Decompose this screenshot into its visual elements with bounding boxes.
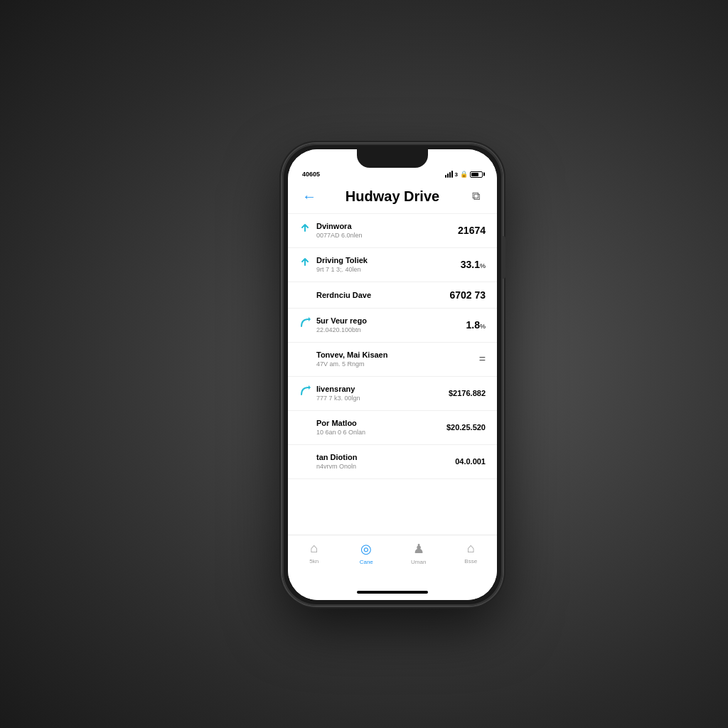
- item-value: 6702 73: [449, 289, 486, 301]
- share-button[interactable]: ⧉: [466, 186, 486, 206]
- item-value: 33.1%: [461, 259, 486, 270]
- signal-bar-3: [449, 172, 451, 178]
- list-item: Driving Toliek 9rt 7 1 3;. 40len 33.1%: [288, 248, 497, 282]
- phone-frame: 40605 3 🔒 ←: [282, 144, 503, 606]
- item-subtitle: 22.0420.100btn: [316, 326, 367, 335]
- status-bar: 40605 3 🔒: [288, 149, 497, 181]
- item-subtitle: 9rt 7 1 3;. 40len: [316, 266, 368, 274]
- item-title: 5ur Veur rego: [316, 316, 367, 326]
- item-title: Iivensrany: [316, 384, 360, 394]
- battery-icon: [470, 171, 483, 178]
- item-value: 1.8%: [466, 319, 486, 331]
- title-part1: Hudway: [346, 188, 400, 204]
- item-subtitle: 47V am. 5 Rngm: [316, 360, 387, 369]
- list-item: Rerdnciu Dave 6702 73: [288, 282, 497, 309]
- tab-cane-label: Cane: [360, 559, 373, 565]
- item-subtitle: 777 7 k3. 00lgn: [316, 395, 360, 403]
- signal-bar-1: [445, 175, 446, 178]
- svg-marker-1: [309, 385, 311, 390]
- phone-screen: 40605 3 🔒 ←: [288, 149, 497, 600]
- status-icons: 3 🔒: [445, 171, 483, 178]
- list-item: tan Diotion n4vrvm Onoln 04.0.001: [288, 445, 497, 479]
- tab-cane-icon: ◎: [360, 541, 372, 557]
- item-value: $20.25.520: [446, 423, 486, 432]
- tab-bsse-icon: ⌂: [467, 541, 475, 556]
- tab-cane[interactable]: ◎ Cane: [345, 541, 387, 565]
- network-type: 3: [455, 171, 458, 178]
- content-area: Dvinwora 0077AD 6.0nlen 21674 Driving To…: [288, 214, 497, 535]
- arc-icon: [299, 385, 311, 397]
- item-title: Tonvev, Mai Kisaen: [316, 350, 387, 360]
- tab-scan[interactable]: ⌂ 5kn: [293, 541, 336, 564]
- signal-bar-2: [447, 173, 449, 178]
- tab-bsse[interactable]: ⌂ Bsse: [449, 541, 492, 564]
- app-header: ← Hudway Drive ⧉: [288, 181, 497, 214]
- arrow-up-icon: [299, 223, 311, 234]
- home-bar: [357, 591, 428, 594]
- item-title: tan Diotion: [316, 452, 357, 462]
- status-time: 40605: [302, 171, 320, 178]
- list-item: Por Matloo 10 6an 0 6 Onlan $20.25.520: [288, 411, 497, 445]
- arrow-up-icon: [299, 257, 311, 268]
- signal-bar-4: [451, 171, 453, 178]
- item-title: Rerdnciu Dave: [316, 290, 371, 300]
- back-arrow-icon: ←: [302, 188, 316, 205]
- tab-bsse-label: Bsse: [464, 558, 477, 564]
- tab-scan-label: 5kn: [309, 558, 318, 564]
- tab-uman-icon: ♟: [413, 541, 424, 557]
- item-value: =: [479, 353, 486, 365]
- item-subtitle: n4vrvm Onoln: [316, 463, 357, 471]
- arc-icon: [299, 317, 311, 328]
- item-title: Por Matloo: [316, 418, 365, 428]
- list-item: Iivensrany 777 7 k3. 00lgn $2176.882: [288, 377, 497, 411]
- tab-scan-icon: ⌂: [310, 541, 318, 556]
- item-title: Dvinwora: [316, 221, 363, 231]
- header-title: Hudway Drive: [346, 188, 439, 205]
- list-item: 5ur Veur rego 22.0420.100btn 1.8%: [288, 309, 497, 343]
- item-value: $2176.882: [449, 389, 486, 397]
- item-title: Driving Toliek: [316, 255, 368, 265]
- item-subtitle: 10 6an 0 6 Onlan: [316, 429, 365, 437]
- back-button[interactable]: ←: [299, 186, 319, 206]
- notch: [357, 149, 428, 168]
- item-value: 04.0.001: [455, 457, 486, 466]
- item-value: 21674: [458, 225, 486, 236]
- share-icon: ⧉: [472, 190, 480, 203]
- battery-fill: [471, 173, 478, 176]
- item-subtitle: 0077AD 6.0nlen: [316, 232, 363, 240]
- tab-bar: ⌂ 5kn ◎ Cane ♟ Uman ⌂ Bsse: [288, 535, 497, 584]
- list-item: Dvinwora 0077AD 6.0nlen 21674: [288, 214, 497, 248]
- scene: 40605 3 🔒 ←: [0, 0, 728, 728]
- lock-icon: 🔒: [460, 171, 468, 178]
- tab-uman-label: Uman: [411, 559, 426, 565]
- signal-bars: [445, 171, 453, 178]
- title-part2: Drive: [404, 188, 439, 204]
- svg-marker-0: [309, 317, 311, 321]
- tab-uman[interactable]: ♟ Uman: [397, 541, 440, 565]
- list-item: Tonvev, Mai Kisaen 47V am. 5 Rngm =: [288, 343, 497, 377]
- home-indicator: [288, 584, 497, 600]
